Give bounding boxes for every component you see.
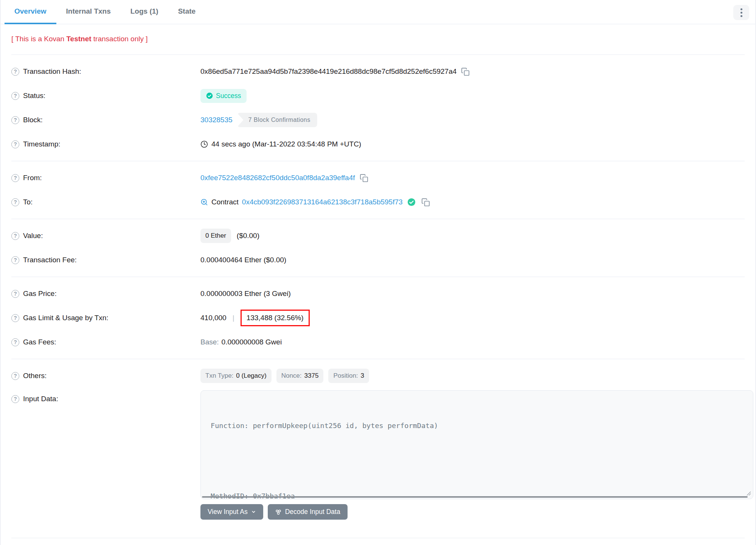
- testnet-warning: [ This is a Kovan Testnet transaction on…: [11, 24, 745, 54]
- chevron-down-icon: [251, 509, 256, 514]
- input-data-textarea[interactable]: Function: performUpkeep(uint256 id, byte…: [200, 390, 753, 499]
- timestamp-value: 44 secs ago (Mar-11-2022 03:54:48 PM +UT…: [211, 140, 361, 148]
- row-block: ? Block: 30328535 7 Block Confirmations: [11, 108, 745, 132]
- transaction-hash-value: 0x86ed5a771e725aa94d5b7fa2398e4419e216d8…: [200, 67, 456, 76]
- transaction-fee-label: Transaction Fee:: [23, 256, 77, 264]
- block-number-link[interactable]: 30328535: [200, 116, 233, 124]
- row-input-data: ? Input Data: Function: performUpkeep(ui…: [11, 390, 745, 520]
- kebab-icon: [740, 8, 742, 17]
- nonce-badge: Nonce: 3375: [276, 369, 324, 383]
- help-icon: ?: [11, 338, 19, 346]
- check-circle-icon: [206, 92, 213, 99]
- others-label: Others:: [23, 372, 47, 380]
- gas-limit-usage-label: Gas Limit & Usage by Txn:: [23, 314, 109, 322]
- from-address-link[interactable]: 0xfee7522e8482682cf50ddc50a0f8da2a39effa…: [200, 174, 355, 182]
- transaction-fee-value: 0.000400464 Ether ($0.00): [200, 256, 286, 264]
- row-transaction-fee: ? Transaction Fee: 0.000400464 Ether ($0…: [11, 248, 745, 272]
- row-timestamp: ? Timestamp: 44 secs ago (Mar-11-2022 03…: [11, 132, 745, 156]
- to-label: To:: [23, 198, 33, 206]
- view-input-as-button[interactable]: View Input As: [200, 504, 263, 520]
- gas-price-label: Gas Price:: [23, 290, 57, 298]
- zoom-in-icon[interactable]: [200, 198, 208, 206]
- copy-icon[interactable]: [461, 67, 470, 76]
- help-icon: ?: [11, 140, 19, 148]
- row-transaction-hash: ? Transaction Hash: 0x86ed5a771e725aa94d…: [11, 59, 745, 84]
- gas-price-value: 0.000000003 Ether (3 Gwei): [200, 290, 291, 298]
- divider: [11, 538, 745, 538]
- help-icon: ?: [11, 314, 19, 322]
- resize-grip-icon[interactable]: [745, 490, 751, 496]
- help-icon: ?: [11, 372, 19, 380]
- help-icon: ?: [11, 68, 19, 76]
- help-icon: ?: [11, 256, 19, 264]
- horizontal-scrollbar[interactable]: [202, 496, 748, 498]
- verified-badge-icon: [407, 198, 416, 206]
- copy-icon[interactable]: [360, 174, 368, 182]
- base-fee-label: Base:: [200, 338, 219, 346]
- input-data-label: Input Data:: [23, 395, 58, 403]
- timestamp-label: Timestamp:: [23, 140, 61, 148]
- help-icon: ?: [11, 198, 19, 206]
- input-function-line: Function: performUpkeep(uint256 id, byte…: [211, 420, 743, 431]
- tab-state[interactable]: State: [168, 0, 205, 24]
- help-icon: ?: [11, 232, 19, 240]
- gas-usage-highlight-box: 133,488 (32.56%): [241, 310, 310, 326]
- row-gas-fees: ? Gas Fees: Base: 0.000000008 Gwei: [11, 330, 745, 354]
- more-options-button[interactable]: [733, 5, 749, 20]
- row-gas-limit-usage: ? Gas Limit & Usage by Txn: 410,000 | 13…: [11, 306, 745, 330]
- tab-bar: Overview Internal Txns Logs (1) State: [1, 0, 755, 24]
- gas-fees-label: Gas Fees:: [23, 338, 56, 346]
- to-address-link[interactable]: 0x4cb093f226983713164a62138c3f718a5b595f…: [242, 198, 403, 206]
- block-label: Block:: [23, 116, 43, 124]
- help-icon: ?: [11, 116, 19, 124]
- row-from: ? From: 0xfee7522e8482682cf50ddc50a0f8da…: [11, 166, 745, 190]
- base-fee-value: 0.000000008 Gwei: [222, 338, 282, 346]
- decode-icon: [275, 509, 282, 515]
- help-icon: ?: [11, 92, 19, 100]
- txn-type-badge: Txn Type: 0 (Legacy): [200, 369, 272, 383]
- tab-overview[interactable]: Overview: [5, 0, 56, 24]
- status-badge: Success: [200, 89, 247, 103]
- row-gas-price: ? Gas Price: 0.000000003 Ether (3 Gwei): [11, 282, 745, 306]
- value-label: Value:: [23, 232, 43, 240]
- row-to: ? To: Contract 0x4cb093f226983713164a621…: [11, 190, 745, 214]
- help-icon: ?: [11, 290, 19, 298]
- clock-icon: [200, 140, 208, 148]
- separator: |: [233, 314, 234, 322]
- gas-limit-value: 410,000: [200, 314, 227, 322]
- from-label: From:: [23, 174, 42, 182]
- tab-logs[interactable]: Logs (1): [121, 0, 168, 24]
- tab-internal-txns[interactable]: Internal Txns: [56, 0, 121, 24]
- position-badge: Position: 3: [328, 369, 369, 383]
- block-confirmations-badge: 7 Block Confirmations: [237, 113, 317, 127]
- help-icon: ?: [11, 395, 19, 403]
- transaction-detail-card: Overview Internal Txns Logs (1) State [ …: [0, 0, 756, 545]
- gas-usage-value: 133,488 (32.56%): [247, 314, 304, 322]
- ether-value-badge: 0 Ether: [200, 229, 231, 243]
- help-icon: ?: [11, 174, 19, 182]
- copy-icon[interactable]: [421, 198, 430, 207]
- transaction-hash-label: Transaction Hash:: [23, 67, 81, 76]
- input-methodid-line: MethodID: 0x7bbaf1ea: [211, 490, 743, 499]
- value-usd: ($0.00): [237, 232, 259, 240]
- row-value: ? Value: 0 Ether ($0.00): [11, 224, 745, 248]
- to-contract-prefix: Contract: [211, 198, 239, 206]
- row-others: ? Others: Txn Type: 0 (Legacy) Nonce: 33…: [11, 364, 745, 388]
- decode-input-data-button[interactable]: Decode Input Data: [268, 504, 348, 520]
- status-label: Status:: [23, 92, 45, 100]
- row-status: ? Status: Success: [11, 84, 745, 108]
